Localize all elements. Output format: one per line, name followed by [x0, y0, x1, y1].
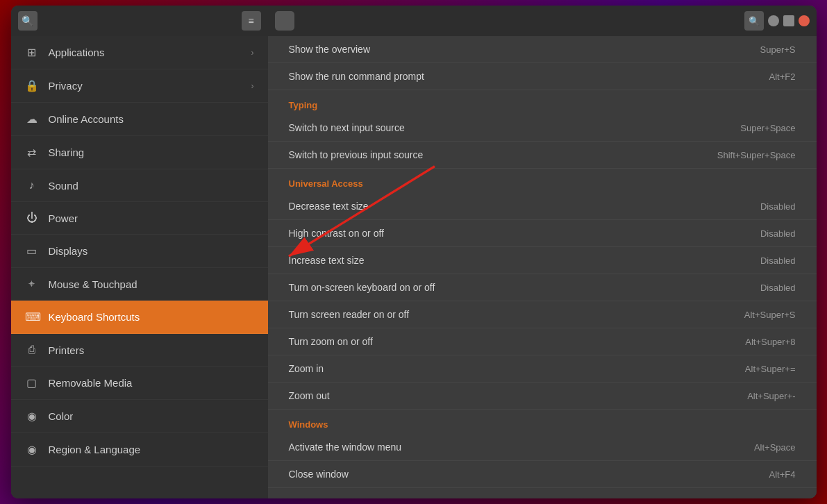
sidebar-item-printers[interactable]: ⎙Printers [11, 334, 268, 367]
chevron-icon: › [251, 48, 254, 58]
shortcut-key: Alt+F2 [769, 72, 796, 82]
shortcut-key: Disabled [760, 255, 796, 266]
shortcut-row[interactable]: Activate the window menuAlt+Space [268, 434, 817, 461]
sidebar-item-applications[interactable]: ⊞Applications› [11, 36, 268, 69]
shortcut-key: Disabled [760, 228, 796, 239]
section-header-typing: Typing [268, 90, 817, 115]
shortcut-name: Turn screen reader on or off [289, 309, 410, 320]
sidebar-item-label-removable-media: Removable Media [49, 377, 133, 389]
sidebar-item-label-displays: Displays [49, 245, 88, 257]
sidebar-item-power[interactable]: ⏻Power [11, 202, 268, 235]
shortcut-row[interactable]: Close windowAlt+F4 [268, 461, 817, 488]
shortcut-key: Alt+Super+S [744, 310, 796, 320]
shortcut-key: Disabled [760, 283, 796, 293]
sidebar-menu-button[interactable]: ≡ [242, 11, 261, 31]
sidebar-item-label-sound: Sound [49, 180, 78, 192]
sidebar-item-label-region-language: Region & Language [49, 444, 141, 455]
color-icon: ◉ [25, 410, 39, 423]
sidebar-item-label-printers: Printers [49, 344, 85, 356]
shortcut-name: Turn on-screen keyboard on or off [289, 282, 435, 293]
sidebar: ⊞Applications›🔒Privacy›☁Online Accounts⇄… [11, 36, 268, 498]
shortcut-row[interactable]: Turn screen reader on or offAlt+Super+S [268, 301, 817, 328]
titlebar-center [268, 11, 737, 31]
mouse-touchpad-icon: ⌖ [25, 278, 39, 290]
shortcut-key: Alt+Super+= [745, 364, 796, 374]
minimize-button[interactable] [768, 15, 779, 26]
shortcut-row[interactable]: High contrast on or offDisabled [268, 220, 817, 247]
shortcut-row[interactable]: Turn on-screen keyboard on or offDisable… [268, 274, 817, 301]
shortcut-key: Shift+Super+Space [717, 150, 796, 160]
sidebar-item-removable-media[interactable]: ▢Removable Media [11, 367, 268, 400]
shortcut-name: Turn zoom on or off [289, 336, 373, 347]
sidebar-item-sound[interactable]: ♪Sound [11, 169, 268, 202]
shortcut-name: Zoom in [289, 363, 324, 374]
sidebar-item-keyboard-shortcuts[interactable]: ⌨Keyboard Shortcuts [11, 301, 268, 334]
sidebar-item-label-applications: Applications [49, 47, 105, 58]
shortcuts-list: Show the overviewSuper+SShow the run com… [268, 36, 817, 488]
sharing-icon: ⇄ [25, 146, 39, 159]
shortcut-row[interactable]: Zoom inAlt+Super+= [268, 355, 817, 383]
shortcut-row[interactable]: Show the overviewSuper+S [268, 36, 817, 63]
sidebar-item-privacy[interactable]: 🔒Privacy› [11, 69, 268, 103]
shortcut-name: Switch to previous input source [289, 149, 424, 160]
sidebar-item-sharing[interactable]: ⇄Sharing [11, 136, 268, 169]
search-button[interactable]: 🔍 [744, 11, 764, 31]
privacy-icon: 🔒 [25, 79, 39, 92]
shortcut-key: Alt+Super+- [747, 391, 795, 401]
shortcut-key: Alt+Space [754, 442, 796, 453]
shortcut-name: Close window [289, 469, 349, 480]
applications-icon: ⊞ [25, 46, 39, 59]
shortcut-name: Increase text size [289, 255, 365, 266]
shortcut-name: Decrease text size [289, 201, 369, 212]
printers-icon: ⎙ [25, 344, 39, 356]
sidebar-item-region-language[interactable]: ◉Region & Language [11, 433, 268, 467]
sidebar-item-color[interactable]: ◉Color [11, 400, 268, 433]
titlebar-left: 🔍 ≡ [11, 11, 268, 31]
shortcut-row[interactable]: Increase text sizeDisabled [268, 247, 817, 274]
chevron-icon: › [251, 81, 254, 91]
reset-all-button[interactable] [275, 11, 294, 31]
sidebar-item-label-mouse-touchpad: Mouse & Touchpad [49, 278, 137, 290]
sidebar-item-label-power: Power [49, 212, 78, 224]
sidebar-search-button[interactable]: 🔍 [18, 11, 37, 31]
keyboard-shortcuts-icon: ⌨ [25, 310, 39, 324]
sidebar-item-mouse-touchpad[interactable]: ⌖Mouse & Touchpad [11, 268, 268, 301]
shortcut-row[interactable]: Decrease text sizeDisabled [268, 193, 817, 220]
settings-window: 🔍 ≡ 🔍 ⊞Applications›🔒Privacy›☁Online Acc… [11, 6, 817, 498]
region-language-icon: ◉ [25, 443, 39, 456]
section-header-universal-access: Universal Access [268, 169, 817, 193]
shortcut-row[interactable]: Turn zoom on or offAlt+Super+8 [268, 328, 817, 355]
shortcut-row[interactable]: Show the run command promptAlt+F2 [268, 63, 817, 90]
shortcut-row[interactable]: Switch to previous input sourceShift+Sup… [268, 142, 817, 169]
displays-icon: ▭ [25, 244, 39, 258]
shortcut-name: Activate the window menu [289, 442, 402, 453]
shortcut-key: Disabled [760, 201, 796, 212]
sidebar-item-label-keyboard-shortcuts: Keyboard Shortcuts [49, 311, 140, 323]
sound-icon: ♪ [25, 179, 39, 192]
sidebar-item-online-accounts[interactable]: ☁Online Accounts [11, 103, 268, 136]
maximize-button[interactable] [783, 15, 794, 26]
sidebar-item-label-online-accounts: Online Accounts [49, 113, 124, 125]
shortcut-name: Show the run command prompt [289, 71, 424, 82]
sidebar-item-label-privacy: Privacy [49, 80, 83, 92]
shortcut-key: Super+Space [740, 123, 795, 133]
shortcut-key: Alt+F4 [769, 469, 796, 480]
shortcut-key: Alt+Super+8 [745, 337, 795, 347]
shortcut-key: Super+S [760, 44, 796, 55]
shortcut-row[interactable]: Switch to next input sourceSuper+Space [268, 115, 817, 142]
main-content: Show the overviewSuper+SShow the run com… [268, 36, 817, 498]
online-accounts-icon: ☁ [25, 112, 39, 126]
removable-media-icon: ▢ [25, 376, 39, 389]
shortcut-name: High contrast on or off [289, 228, 384, 239]
titlebar: 🔍 ≡ 🔍 [11, 6, 817, 36]
shortcut-row[interactable]: Zoom outAlt+Super+- [268, 383, 817, 410]
main-wrapper: Show the overviewSuper+SShow the run com… [268, 36, 817, 498]
shortcut-name: Zoom out [289, 390, 330, 401]
sidebar-item-displays[interactable]: ▭Displays [11, 235, 268, 268]
sidebar-item-label-color: Color [49, 410, 74, 422]
close-button[interactable] [799, 15, 810, 26]
shortcut-name: Show the overview [289, 44, 371, 55]
shortcut-name: Switch to next input source [289, 122, 405, 133]
content-area: ⊞Applications›🔒Privacy›☁Online Accounts⇄… [11, 36, 817, 498]
power-icon: ⏻ [25, 212, 39, 224]
